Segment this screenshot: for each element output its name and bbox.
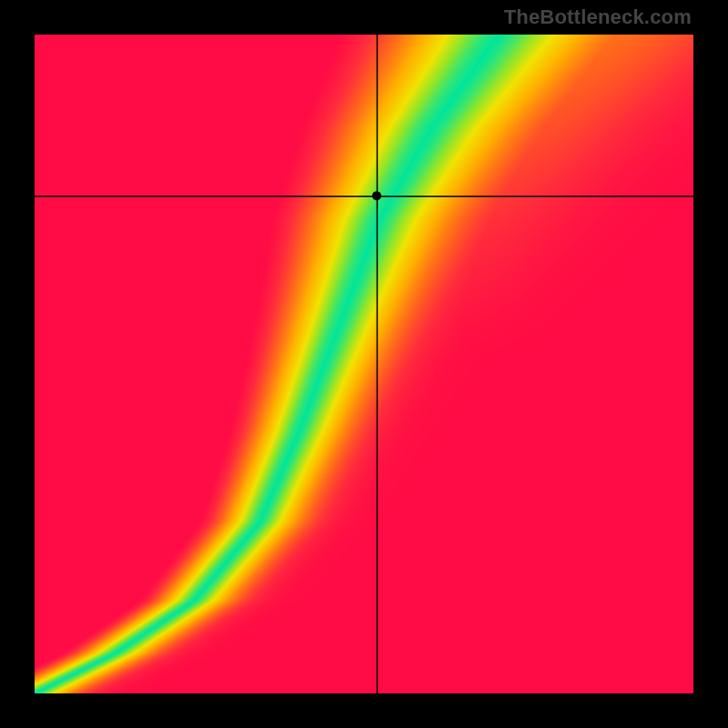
outer-black-frame: TheBottleneck.com: [0, 0, 728, 728]
heatmap-canvas: [35, 35, 693, 693]
plot-area: [35, 35, 693, 693]
watermark-text: TheBottleneck.com: [504, 5, 692, 29]
